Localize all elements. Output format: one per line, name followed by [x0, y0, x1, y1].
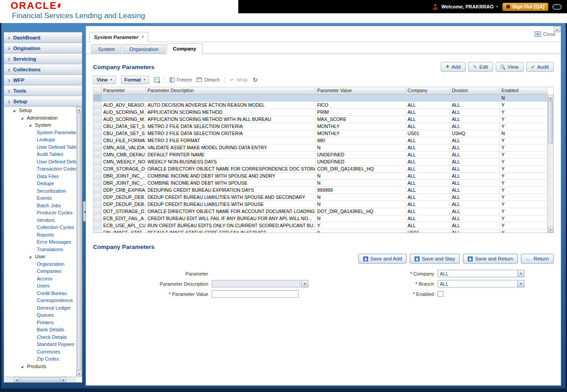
tree-item[interactable]: Translations — [4, 246, 82, 253]
scrollbar-thumb[interactable] — [20, 377, 60, 382]
tab-close-icon[interactable]: × — [141, 35, 144, 39]
page-scroll-up-button[interactable]: ▲ — [554, 27, 560, 32]
table-row[interactable]: AUD_SCORING_M... APPLICATION SCORING MET… — [93, 109, 548, 116]
action-button[interactable]: View — [496, 62, 524, 72]
row-selector-cell[interactable] — [93, 109, 101, 116]
detach-button[interactable]: Detach — [197, 77, 220, 82]
action-button[interactable]: Add — [441, 62, 466, 72]
tree-item[interactable]: Reports — [4, 231, 82, 239]
scroll-right-button[interactable]: ▶ — [61, 377, 66, 382]
table-row[interactable]: ECB_USE_APL_CU... RUN CREDIT BUREAU EDIT… — [93, 222, 548, 229]
tree-item[interactable]: Events — [4, 194, 82, 202]
column-header-company[interactable]: Company — [406, 87, 450, 94]
table-row[interactable]: CMN_WEEKLY_NO... WEEKLY NON-BUSINESS DAY… — [93, 159, 548, 166]
tree-item[interactable]: Setup — [4, 107, 82, 114]
row-selector-cell[interactable] — [93, 137, 101, 144]
parameter-description-input[interactable] — [212, 280, 300, 287]
tree-item[interactable]: Products — [4, 363, 82, 370]
table-row[interactable]: AUD_SCORING_M... APPLICATION SCORING MET… — [93, 116, 548, 123]
tree-item[interactable]: Securitization — [4, 187, 82, 195]
table-row[interactable]: ECB_EDIT_FAIL_A... CREDIT BUREAU EDIT WI… — [93, 215, 548, 222]
table-vertical-scrollbar[interactable]: ▲ ▼ — [548, 95, 553, 233]
tree-item[interactable]: Check Details — [4, 334, 82, 341]
tree-item[interactable]: Collection Cycles — [4, 224, 82, 231]
tree-item[interactable]: Bank Details — [4, 326, 82, 334]
row-selector-cell[interactable] — [93, 194, 101, 201]
branch-select[interactable]: ALL ▼ — [438, 280, 524, 287]
table-row[interactable]: CBU_DATA_SET_S... METRO 2 FILE DATA SELE… — [93, 123, 548, 130]
save-button[interactable]: Save and Return — [463, 254, 518, 264]
row-selector-cell[interactable] — [93, 187, 101, 194]
tree-item[interactable]: User Defined Tables — [4, 144, 82, 151]
table-row[interactable]: CBU_DATA_SET_S... METRO 2 FILE DATA SELE… — [93, 130, 548, 137]
tree-item[interactable]: Lookups — [4, 136, 82, 144]
table-row[interactable]: FIN_IMAGE_STAT... DEFAULT IMAGE STATUS C… — [93, 229, 548, 233]
scrollbar-thumb[interactable] — [548, 101, 553, 144]
tree-item[interactable]: General Ledger — [4, 304, 82, 312]
tree-item[interactable]: Currencies — [4, 348, 82, 356]
enabled-checkbox[interactable] — [438, 291, 443, 297]
save-button[interactable]: Return — [521, 254, 554, 264]
sidebar-vertical-scrollbar[interactable]: ▲ ▼ — [76, 107, 82, 376]
query-by-example-icon[interactable] — [154, 77, 159, 82]
tree-item[interactable]: Producer Cycles — [4, 209, 82, 217]
table-row[interactable]: DDP_DEDUP_DEB... DEDUP CREDIT BUREAU LIA… — [93, 194, 548, 201]
action-button[interactable]: Edit — [468, 62, 493, 72]
row-selector-cell[interactable] — [93, 201, 101, 208]
tree-item[interactable]: Audit Tables — [4, 151, 82, 158]
tree-item[interactable]: Administration — [4, 114, 82, 122]
table-row[interactable]: DBR_JOINT_INC_... COMBINE INCOME AND DEB… — [93, 173, 548, 180]
table-row[interactable]: AUD_ADV_REASO... AUTO DECISION ADVERSE A… — [93, 102, 548, 109]
tree-item[interactable]: Access — [4, 275, 82, 283]
tree-item[interactable]: Organization — [4, 260, 82, 268]
tree-item[interactable]: Correspondence — [4, 297, 82, 304]
scroll-down-button[interactable]: ▼ — [548, 227, 553, 233]
sidebar-section[interactable]: Servicing — [4, 54, 82, 64]
row-selector-cell[interactable] — [93, 173, 101, 179]
tree-item[interactable]: Printers — [4, 319, 82, 326]
sidebar-section[interactable]: WFP — [4, 75, 82, 85]
table-row[interactable]: CMN_ASE_VALIDA... VALIDATE ASSET MAKE MO… — [93, 144, 548, 151]
view-menu-button[interactable]: View ▼ — [93, 76, 116, 84]
row-selector-cell[interactable] — [93, 180, 101, 186]
close-button[interactable]: ✕ Close — [535, 31, 555, 37]
row-selector-cell[interactable] — [93, 102, 101, 109]
row-selector-cell[interactable] — [93, 123, 101, 130]
table-row[interactable]: CMN_CMB_DEFAU... DEFAULT PRINTER NAME UN… — [93, 151, 548, 159]
tree-item[interactable]: Credit Bureau — [4, 290, 82, 297]
row-selector-cell[interactable] — [93, 166, 101, 172]
column-header-division[interactable]: Division — [450, 87, 500, 94]
column-header-value[interactable]: Parameter Value — [315, 87, 406, 94]
tree-item[interactable]: System — [4, 121, 82, 129]
table-row[interactable]: CBU_FILE_FORMAT METRO 2 FILE FORMAT 880 … — [93, 137, 548, 144]
scroll-left-button[interactable]: ◀ — [14, 377, 19, 382]
action-button[interactable]: Audit — [526, 62, 554, 72]
sign-out-button[interactable]: Sign Out [QA] — [502, 3, 548, 11]
scroll-down-button[interactable]: ▼ — [77, 371, 82, 376]
subtab[interactable]: Organization — [123, 44, 165, 54]
tree-item[interactable]: Error Messages — [4, 238, 82, 246]
tree-item[interactable]: User — [4, 253, 82, 260]
row-selector-cell[interactable] — [93, 229, 101, 233]
table-row[interactable]: COR_STORAGE_D... ORACLE DIRECTORY OBJECT… — [93, 166, 548, 173]
sidebar-section[interactable]: Origination — [4, 43, 82, 54]
tree-item[interactable]: Dedupe — [4, 180, 82, 187]
sidebar-section[interactable]: Setup — [4, 96, 82, 107]
row-selector-cell[interactable] — [93, 151, 101, 158]
row-selector-cell[interactable] — [93, 215, 101, 222]
tree-item[interactable]: System Parameters — [4, 129, 82, 136]
row-selector-cell[interactable] — [93, 116, 101, 123]
tab-system-parameter[interactable]: System Parameter × — [89, 32, 148, 42]
table-row[interactable]: DBR_JOINT_INC_... COMBINE INCOME AND DEB… — [93, 180, 548, 187]
tree-item[interactable]: Companies — [4, 268, 82, 275]
table-row[interactable]: DDP_CRB_EXPIRA... DEDUPING CREDIT BUREAU… — [93, 187, 548, 194]
company-select[interactable]: ALL ▼ — [438, 270, 524, 277]
tree-item[interactable]: Data Files — [4, 173, 82, 180]
row-selector-cell[interactable] — [93, 130, 101, 137]
subtab[interactable]: Company — [167, 43, 203, 54]
tree-item[interactable]: Transaction Codes — [4, 165, 82, 173]
row-selector-cell[interactable] — [93, 159, 101, 165]
row-selector-cell[interactable] — [93, 208, 101, 215]
sidebar-horizontal-scrollbar[interactable]: ◀ ▶ — [4, 376, 76, 382]
sidebar-section[interactable]: Tools — [4, 85, 82, 96]
